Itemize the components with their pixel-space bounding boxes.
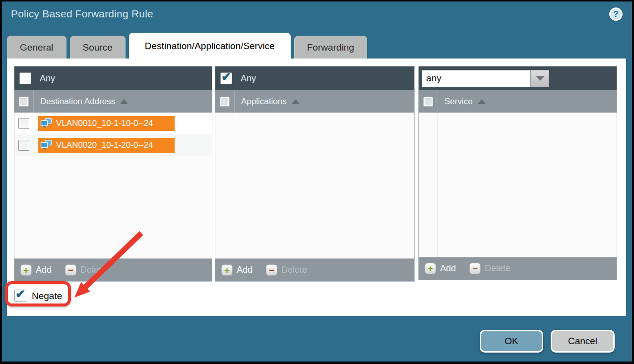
tab-general-label: General bbox=[20, 42, 54, 53]
ok-button[interactable]: OK bbox=[480, 330, 543, 353]
sort-ascending-icon bbox=[120, 99, 128, 104]
service-column-header[interactable]: Service bbox=[419, 90, 617, 113]
destination-any-label: Any bbox=[40, 73, 55, 84]
plus-glyph: + bbox=[23, 265, 29, 275]
help-glyph: ? bbox=[613, 9, 618, 19]
add-label: Add bbox=[237, 265, 253, 275]
negate-checkbox[interactable]: ✔ bbox=[14, 290, 26, 302]
add-button[interactable]: + Add bbox=[20, 264, 52, 276]
applications-list bbox=[215, 113, 414, 258]
destination-any-checkbox[interactable] bbox=[19, 72, 31, 84]
address-object-pill[interactable]: VLAN0020_10-1-20-0--24 bbox=[38, 138, 175, 153]
plus-glyph: + bbox=[428, 264, 433, 273]
add-icon: + bbox=[20, 264, 32, 276]
tab-content-area: Any Destination Address bbox=[7, 59, 626, 316]
applications-panel-footer: + Add − Delete bbox=[215, 258, 414, 281]
delete-label: Delete bbox=[80, 265, 106, 275]
checkmark-icon: ✔ bbox=[15, 287, 25, 301]
tab-source-label: Source bbox=[83, 42, 113, 53]
ok-label: OK bbox=[505, 336, 518, 347]
minus-glyph: − bbox=[269, 265, 274, 275]
chevron-down-icon bbox=[536, 76, 545, 81]
minus-glyph: − bbox=[472, 264, 478, 273]
service-list bbox=[419, 113, 617, 257]
add-label: Add bbox=[440, 263, 456, 274]
destination-panel-footer: + Add − Delete bbox=[14, 258, 212, 281]
tab-general[interactable]: General bbox=[7, 36, 66, 59]
table-row[interactable]: VLAN0010_10-1-10-0--24 bbox=[14, 113, 212, 134]
sort-ascending-icon bbox=[478, 99, 486, 104]
service-column-label: Service bbox=[444, 97, 473, 107]
network-subnet-icon bbox=[40, 140, 53, 150]
destination-any-header: Any bbox=[14, 66, 212, 90]
destination-column-label: Destination Address bbox=[40, 97, 115, 107]
cancel-label: Cancel bbox=[568, 336, 597, 347]
tab-bar: General Source Destination/Application/S… bbox=[7, 33, 367, 59]
applications-panel: ✔ Any Applications + Add − Delete bbox=[215, 66, 415, 282]
add-label: Add bbox=[36, 265, 52, 275]
add-button[interactable]: + Add bbox=[221, 264, 253, 276]
delete-label: Delete bbox=[281, 265, 307, 275]
network-subnet-icon bbox=[40, 118, 53, 128]
destination-address-panel: Any Destination Address bbox=[14, 66, 212, 282]
dialog-title: Policy Based Forwarding Rule bbox=[11, 8, 153, 20]
row-checkbox[interactable] bbox=[18, 140, 29, 151]
tab-forwarding-label: Forwarding bbox=[307, 42, 354, 53]
plus-glyph: + bbox=[224, 265, 230, 275]
service-select-all-checkbox[interactable] bbox=[423, 97, 433, 107]
delete-icon: − bbox=[266, 264, 277, 276]
delete-icon: − bbox=[65, 264, 76, 276]
service-any-header: any bbox=[419, 66, 617, 90]
service-panel-footer: + Add − Delete bbox=[419, 257, 617, 280]
delete-button[interactable]: − Delete bbox=[469, 263, 510, 274]
delete-label: Delete bbox=[485, 263, 510, 274]
applications-column-header[interactable]: Applications bbox=[215, 90, 414, 113]
service-dropdown: any bbox=[422, 70, 549, 87]
row-checkbox[interactable] bbox=[18, 118, 29, 129]
applications-any-checkbox[interactable]: ✔ bbox=[220, 72, 232, 84]
delete-button[interactable]: − Delete bbox=[266, 264, 307, 276]
tab-destination-label: Destination/Application/Service bbox=[145, 41, 275, 52]
service-dropdown-text: any bbox=[426, 73, 442, 84]
negate-label: Negate bbox=[32, 291, 62, 302]
applications-any-label: Any bbox=[241, 73, 256, 84]
add-button[interactable]: + Add bbox=[425, 263, 456, 274]
address-object-pill[interactable]: VLAN0010_10-1-10-0--24 bbox=[38, 116, 175, 131]
delete-icon: − bbox=[469, 263, 481, 274]
destination-select-all-checkbox[interactable] bbox=[19, 97, 29, 107]
add-icon: + bbox=[425, 263, 436, 274]
help-icon[interactable]: ? bbox=[609, 7, 623, 21]
applications-column-label: Applications bbox=[241, 97, 287, 107]
service-panel: any Service + Add − Delete bbox=[418, 66, 617, 280]
destination-list: VLAN0010_10-1-10-0--24 VLAN0020_10-1-20-… bbox=[14, 113, 212, 258]
policy-based-forwarding-dialog: Policy Based Forwarding Rule ? General S… bbox=[0, 0, 634, 364]
service-dropdown-value[interactable]: any bbox=[422, 70, 531, 87]
tab-destination-application-service[interactable]: Destination/Application/Service bbox=[129, 33, 291, 59]
address-object-label: VLAN0020_10-1-20-0--24 bbox=[56, 140, 153, 150]
minus-glyph: − bbox=[68, 265, 73, 275]
destination-column-header[interactable]: Destination Address bbox=[14, 90, 212, 113]
sort-ascending-icon bbox=[292, 99, 300, 104]
tab-forwarding[interactable]: Forwarding bbox=[294, 36, 367, 59]
address-object-label: VLAN0010_10-1-10-0--24 bbox=[56, 119, 153, 128]
delete-button[interactable]: − Delete bbox=[65, 264, 106, 276]
applications-select-all-checkbox[interactable] bbox=[220, 97, 230, 107]
checkmark-icon: ✔ bbox=[221, 70, 231, 84]
table-row[interactable]: VLAN0020_10-1-20-0--24 bbox=[14, 134, 212, 156]
tab-source[interactable]: Source bbox=[70, 36, 126, 59]
cancel-button[interactable]: Cancel bbox=[551, 330, 615, 353]
add-icon: + bbox=[221, 264, 233, 276]
service-dropdown-button[interactable] bbox=[531, 70, 549, 87]
applications-any-header: ✔ Any bbox=[215, 66, 414, 90]
